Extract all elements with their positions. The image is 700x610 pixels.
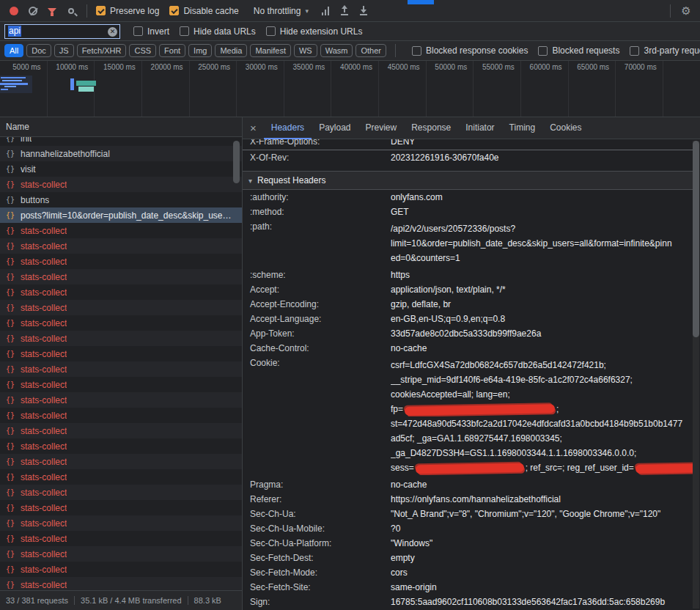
request-row[interactable]: {}stats-collect xyxy=(0,469,242,485)
tab-initiator[interactable]: Initiator xyxy=(458,117,501,139)
network-conditions-button[interactable] xyxy=(316,2,335,20)
redaction-scribble xyxy=(416,463,524,474)
request-row[interactable]: {}stats-collect xyxy=(0,377,242,392)
request-row[interactable]: {}stats-collect xyxy=(0,500,242,515)
invert-checkbox[interactable]: Invert xyxy=(133,26,169,37)
header-name: App-Token: xyxy=(250,328,391,339)
name-column-header[interactable]: Name xyxy=(0,117,242,137)
request-row[interactable]: {}stats-collect xyxy=(0,454,242,469)
import-icon xyxy=(340,6,349,15)
tab-timing[interactable]: Timing xyxy=(502,117,543,139)
chip-wasm[interactable]: Wasm xyxy=(320,44,353,57)
request-name: stats-collect xyxy=(21,303,67,313)
request-name: stats-collect xyxy=(21,272,67,282)
request-name: stats-collect xyxy=(21,318,67,328)
request-name: stats-collect xyxy=(21,503,67,513)
request-row[interactable]: {}stats-collect xyxy=(0,238,242,254)
chip-img[interactable]: Img xyxy=(188,44,212,57)
tab-cookies[interactable]: Cookies xyxy=(542,117,589,139)
hide-data-urls-checkbox[interactable]: Hide data URLs xyxy=(180,26,256,37)
overview-tick: 60000 ms xyxy=(521,61,569,117)
request-row[interactable]: {}hannahelizabethofficial xyxy=(0,146,242,161)
clear-filter-icon[interactable]: ✕ xyxy=(108,27,117,37)
chip-css[interactable]: CSS xyxy=(129,44,156,57)
overview-tick: 30000 ms xyxy=(237,61,284,117)
hide-data-urls-label: Hide data URLs xyxy=(194,26,256,37)
request-row[interactable]: {}stats-collect xyxy=(0,438,242,454)
details-scrollbar[interactable] xyxy=(693,141,699,609)
settings-button[interactable]: ⚙ xyxy=(677,2,696,20)
request-row[interactable]: {}stats-collect xyxy=(0,392,242,408)
chip-doc[interactable]: Doc xyxy=(26,44,51,57)
chip-other[interactable]: Other xyxy=(355,44,386,57)
chip-ws[interactable]: WS xyxy=(294,44,317,57)
chip-font[interactable]: Font xyxy=(159,44,185,57)
request-row[interactable]: {}init xyxy=(0,137,242,146)
request-headers-section[interactable]: ▾ Request Headers xyxy=(243,171,693,190)
network-summary-bar: 33 / 381 requests 35.1 kB / 4.4 MB trans… xyxy=(0,590,242,610)
request-row[interactable]: {}stats-collect xyxy=(0,546,242,562)
import-har-button[interactable] xyxy=(335,2,354,20)
request-list-scrollbar[interactable] xyxy=(233,139,240,588)
request-row[interactable]: {}stats-collect xyxy=(0,423,242,438)
request-name: posts?limit=10&order=publish_date_desc&s… xyxy=(21,210,232,221)
chip-all[interactable]: All xyxy=(4,44,23,57)
record-button[interactable] xyxy=(4,2,23,20)
scrollbar-thumb[interactable] xyxy=(693,141,699,337)
request-row[interactable]: {}stats-collect xyxy=(0,269,242,284)
tab-preview[interactable]: Preview xyxy=(358,117,405,139)
disable-cache-checkbox[interactable]: Disable cache xyxy=(169,6,238,16)
checkbox-icon xyxy=(133,26,143,36)
request-row[interactable]: {}stats-collect xyxy=(0,315,242,331)
script-icon: {} xyxy=(6,150,16,158)
request-row[interactable]: {}stats-collect xyxy=(0,254,242,269)
request-row[interactable]: {}stats-collect xyxy=(0,562,242,577)
request-row[interactable]: {}stats-collect xyxy=(0,346,242,361)
timeline-overview[interactable]: 5000 ms10000 ms15000 ms20000 ms25000 ms3… xyxy=(0,61,700,117)
request-row[interactable]: {}posts?limit=10&order=publish_date_desc… xyxy=(0,207,242,223)
overview-tick: 35000 ms xyxy=(284,61,332,117)
request-name: stats-collect xyxy=(21,565,67,575)
request-row[interactable]: {}stats-collect xyxy=(0,408,242,423)
header-row: :authority:onlyfans.com xyxy=(243,190,693,205)
chevron-down-icon: ▾ xyxy=(305,7,309,15)
request-row[interactable]: {}stats-collect xyxy=(0,300,242,315)
header-row: :path:/api2/v2/users/20572336/posts?limi… xyxy=(243,219,693,268)
throttling-select[interactable]: No throttling ▾ xyxy=(254,6,309,16)
request-row[interactable]: {}visit xyxy=(0,161,242,177)
request-row[interactable]: {}buttons xyxy=(0,192,242,207)
request-row[interactable]: {}stats-collect xyxy=(0,485,242,500)
close-icon[interactable]: × xyxy=(243,122,264,134)
export-har-button[interactable] xyxy=(354,2,373,20)
chip-js[interactable]: JS xyxy=(54,44,74,57)
request-row[interactable]: {}stats-collect xyxy=(0,223,242,238)
search-button[interactable] xyxy=(62,2,81,20)
request-row[interactable]: {}stats-collect xyxy=(0,515,242,531)
request-row[interactable]: {}stats-collect xyxy=(0,284,242,300)
blocked-requests-checkbox[interactable]: Blocked requests xyxy=(538,45,619,56)
filter-toggle-button[interactable] xyxy=(43,2,62,20)
tab-payload[interactable]: Payload xyxy=(312,117,358,139)
request-name: stats-collect xyxy=(21,226,67,236)
chip-manifest[interactable]: Manifest xyxy=(250,44,291,57)
invert-label: Invert xyxy=(147,26,169,37)
chip-fetch-xhr[interactable]: Fetch/XHR xyxy=(77,44,127,57)
filter-input[interactable]: api ✕ xyxy=(4,24,120,39)
request-row[interactable]: {}stats-collect xyxy=(0,577,242,590)
hide-extension-urls-checkbox[interactable]: Hide extension URLs xyxy=(266,26,363,37)
3rd-party-requests-checkbox[interactable]: 3rd-party requests xyxy=(630,45,700,56)
details-tabs: HeadersPayloadPreviewResponseInitiatorTi… xyxy=(264,117,589,139)
request-row[interactable]: {}stats-collect xyxy=(0,177,242,192)
tab-headers[interactable]: Headers xyxy=(264,117,312,139)
chip-media[interactable]: Media xyxy=(215,44,247,57)
tab-response[interactable]: Response xyxy=(404,117,458,139)
scrollbar-thumb[interactable] xyxy=(233,141,240,183)
preserve-log-checkbox[interactable]: Preserve log xyxy=(96,6,159,16)
blocked-response-cookies-checkbox[interactable]: Blocked response cookies xyxy=(412,45,528,56)
header-name: Sign: xyxy=(250,597,391,607)
clear-requests-button[interactable] xyxy=(23,2,43,20)
overview-tick: 15000 ms xyxy=(95,61,142,117)
request-row[interactable]: {}stats-collect xyxy=(0,331,242,346)
request-row[interactable]: {}stats-collect xyxy=(0,531,242,546)
request-row[interactable]: {}stats-collect xyxy=(0,361,242,377)
